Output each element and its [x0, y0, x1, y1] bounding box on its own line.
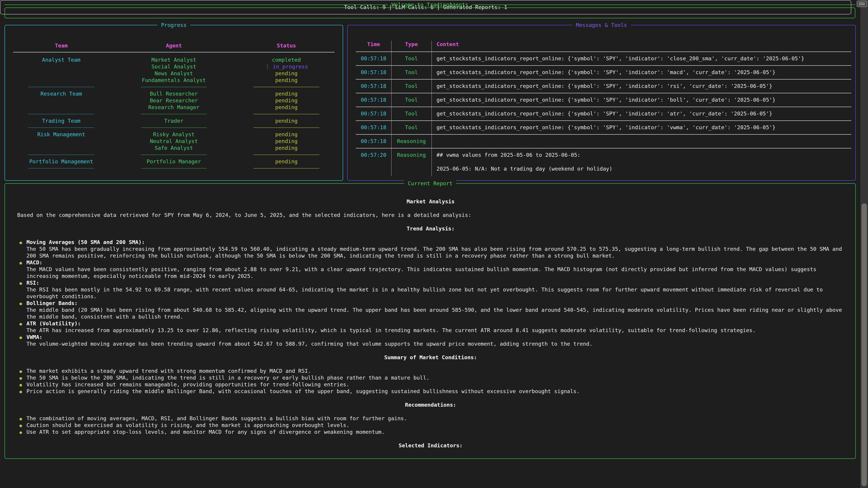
report-bullet: Volatility has increased but remains man…	[17, 381, 844, 388]
group-divider	[253, 114, 319, 114]
message-row: 00:57:18 Tool get_stockstats_indicators_…	[356, 49, 851, 63]
message-time: 00:57:18	[356, 68, 391, 76]
message-content: get_stockstats_indicators_report_online:…	[432, 124, 851, 131]
message-row: 00:57:18 Reasoning	[356, 131, 851, 145]
bullet-body: The volume-weighted moving average has b…	[26, 341, 592, 347]
bullet-body: The 50 SMA has been gradually increasing…	[26, 246, 842, 259]
progress-row	[5, 84, 343, 90]
message-type: Tool	[391, 82, 432, 90]
status-cell: pending	[230, 70, 343, 77]
messages-table-header: Time Type Content	[356, 40, 851, 49]
team-cell: Portfolio Management	[5, 158, 118, 165]
report-bullet: VWMA:The volume-weighted moving average …	[17, 334, 844, 347]
message-content: get_stockstats_indicators_report_online:…	[432, 96, 851, 104]
bullet-body: The RSI has been mostly in the 54.92 to …	[26, 287, 823, 300]
status-badge: pending	[275, 104, 298, 110]
agent-label: Risky Analyst	[153, 131, 195, 138]
status-cell: ⋮in_progress	[230, 63, 343, 70]
agent-label: Market Analyst	[151, 57, 196, 63]
messages-table: Time Type Content 00:57:18 Tool get_stoc…	[356, 40, 851, 173]
messages-rows: 00:57:18 Tool get_stockstats_indicators_…	[356, 49, 851, 173]
column-header-team: Team	[5, 41, 118, 50]
message-row: 00:57:18 Tool get_stockstats_indicators_…	[356, 118, 851, 131]
welcome-banner: Welcome to TradingAgents	[4, 1, 855, 8]
group-divider	[28, 155, 94, 155]
scrollbar-thumb[interactable]	[862, 203, 867, 486]
row-divider	[356, 104, 851, 110]
group-divider	[253, 168, 319, 168]
agent-cell	[118, 168, 230, 168]
group-divider	[141, 87, 207, 87]
column-header-time: Time	[356, 40, 391, 49]
message-content: get_stockstats_indicators_report_online:…	[432, 68, 851, 76]
rule-line	[4, 4, 388, 5]
scroll-indicator-icon[interactable]	[857, 1, 867, 7]
bullet-heading: Bollinger Bands:	[26, 300, 844, 306]
report-bullet: MACD:The MACD values have been consisten…	[17, 259, 844, 280]
agent-cell: Market Analyst	[118, 57, 230, 63]
agent-cell: Neutral Analyst	[118, 138, 230, 144]
selected-indicators-heading: Selected Indicators:	[17, 442, 844, 449]
team-cell	[5, 168, 118, 168]
status-badge: pending	[275, 97, 298, 104]
group-divider	[28, 87, 94, 87]
agent-label: Research Manager	[148, 104, 199, 110]
message-row: 00:57:18 Tool get_stockstats_indicators_…	[356, 63, 851, 76]
progress-row: Research Team Bull Researcher pending	[5, 90, 343, 97]
bullet-heading: Moving Averages (50 SMA and 200 SMA):	[26, 239, 844, 246]
status-cell: pending	[230, 90, 343, 97]
message-content	[432, 137, 851, 145]
bullet-heading: VWMA:	[26, 334, 844, 340]
message-row: 00:57:18 Tool get_stockstats_indicators_…	[356, 76, 851, 90]
summary-heading: Summary of Market Conditions:	[17, 354, 844, 361]
scrollbar-track[interactable]	[860, 0, 868, 488]
status-badge: pending	[275, 70, 298, 76]
report-bullet: Bollinger Bands:The middle band (20 SMA)…	[17, 300, 844, 320]
agent-cell	[118, 155, 230, 155]
progress-row: Trading Team Trader pending	[5, 118, 343, 124]
message-time: 00:57:18	[356, 137, 391, 145]
status-cell	[230, 127, 343, 128]
team-cell: Analyst Team	[5, 57, 118, 63]
team-cell: Trading Team	[5, 118, 118, 124]
agent-cell: Portfolio Manager	[118, 158, 230, 165]
agent-cell: Trader	[118, 118, 230, 124]
column-header-content: Content	[432, 40, 851, 49]
recommendations-list: The combination of moving averages, MACD…	[17, 415, 844, 435]
agent-cell	[118, 87, 230, 87]
progress-panel-title: Progress	[157, 22, 190, 29]
progress-row	[5, 111, 343, 118]
progress-row: News Analyst pending	[5, 70, 343, 77]
messages-panel-title: Messages & Tools	[572, 22, 631, 29]
progress-table: Team Agent Status Analyst Team Market An…	[5, 41, 343, 172]
app-title: Welcome to TradingAgents	[392, 2, 468, 8]
agent-cell	[118, 127, 230, 128]
status-cell	[230, 155, 343, 155]
message-time: 00:57:18	[356, 82, 391, 90]
report-bullet: The 50 SMA is below the 200 SMA, indicat…	[17, 375, 844, 381]
team-cell	[5, 87, 118, 87]
report-bullet: Use ATR to set appropriate stop-loss lev…	[17, 429, 844, 435]
message-time: 00:57:18	[356, 110, 391, 118]
progress-row	[5, 124, 343, 131]
team-cell	[5, 155, 118, 155]
group-divider	[28, 127, 94, 128]
status-cell: completed	[230, 57, 343, 63]
status-cell: pending	[230, 118, 343, 124]
status-badge: pending	[275, 131, 298, 138]
message-time: 00:57:18	[356, 55, 391, 63]
agent-cell: Research Manager	[118, 104, 230, 111]
status-badge: pending	[275, 158, 298, 165]
row-divider	[356, 76, 851, 82]
message-content: get_stockstats_indicators_report_online:…	[432, 110, 851, 118]
status-cell: pending	[230, 77, 343, 84]
group-divider	[253, 127, 319, 128]
report-bullet: The market exhibits a steady upward tren…	[17, 367, 844, 375]
group-divider	[141, 114, 207, 114]
welcome-panel	[4, 7, 855, 18]
agent-cell: Safe Analyst	[118, 144, 230, 151]
agent-label: Social Analyst	[151, 64, 196, 70]
row-divider	[356, 118, 851, 124]
messages-panel: Messages & Tools Time Type Content 00:57…	[347, 25, 856, 181]
progress-table-header: Team Agent Status	[5, 41, 343, 50]
